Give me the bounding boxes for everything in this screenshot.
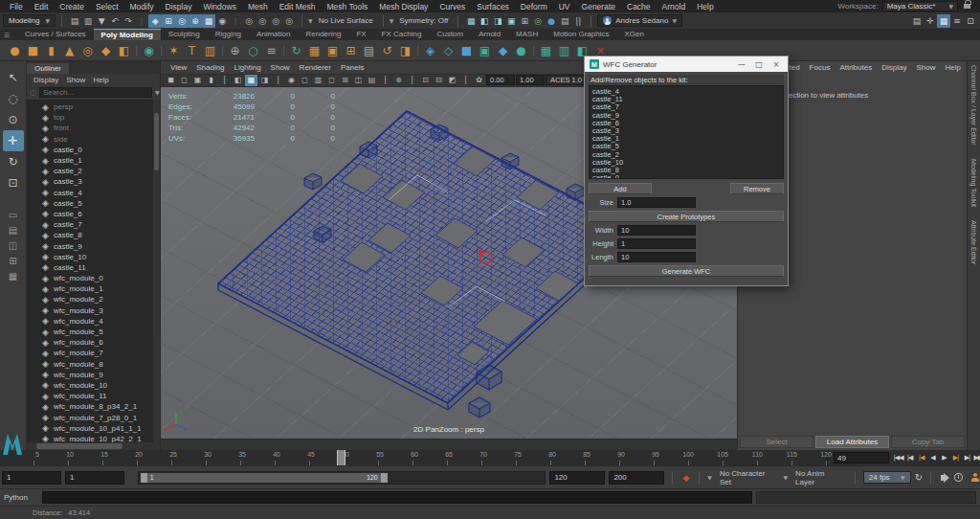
shelf-tab[interactable]: FX Caching <box>374 29 430 40</box>
toolbar-icon[interactable]: || <box>571 14 585 28</box>
shelf-tool-icon[interactable]: ○ <box>244 41 262 59</box>
viewport-toolbar-icon[interactable]: ▣ <box>191 75 204 86</box>
add-button[interactable]: Add <box>589 183 652 194</box>
shelf-tool-icon[interactable]: ▣ <box>476 41 494 59</box>
attribute-editor-menu-item[interactable]: Show <box>911 63 940 72</box>
range-end-handle[interactable] <box>381 473 388 483</box>
wfc-list-item[interactable]: castle_0 <box>592 174 780 179</box>
gamma-field[interactable]: 1.00 <box>516 75 545 85</box>
shelf-tab[interactable]: Rendering <box>298 29 348 40</box>
viewport-toolbar-icon[interactable]: ◫ <box>352 75 365 86</box>
outliner-item[interactable]: ◈ wfc_module_6 <box>31 337 160 348</box>
shelf-tab[interactable]: MASH <box>508 29 546 40</box>
wfc-list-item[interactable]: castle_9 <box>592 112 780 120</box>
shelf-tool-icon[interactable]: ◆ <box>97 41 115 59</box>
attribute-editor-button[interactable]: Copy Tab <box>891 436 965 448</box>
outliner-item[interactable]: ◈ castle_5 <box>31 198 160 209</box>
shelf-tool-icon[interactable]: ↻ <box>287 41 305 59</box>
outliner-item[interactable]: ◈ wfc_module_7 <box>31 348 160 358</box>
outliner-item[interactable]: ◈ castle_2 <box>31 166 160 176</box>
wfc-list-item[interactable]: castle_6 <box>592 120 780 127</box>
outliner-item[interactable]: ◈ persp <box>31 102 160 112</box>
menu-item[interactable]: Curves <box>434 2 471 11</box>
viewport-toolbar-icon[interactable]: ▥ <box>312 75 324 86</box>
toolbar-icon[interactable]: ◎ <box>531 14 545 28</box>
remove-button[interactable]: Remove <box>730 183 784 194</box>
fps-dropdown[interactable]: 24 fps▼ <box>863 471 911 484</box>
outliner-item[interactable]: ◈ wfc_module_8_p34_2_1 <box>31 401 160 412</box>
attribute-editor-menu-item[interactable]: Attributes <box>835 63 877 72</box>
viewport-toolbar-icon[interactable]: ◻ <box>299 75 311 86</box>
menu-set-selector[interactable]: Modeling▼ <box>3 14 56 27</box>
toolbar-icon[interactable]: ◉ <box>215 14 229 28</box>
lock-icon[interactable] <box>964 4 970 9</box>
viewport-toolbar-icon[interactable]: ⊕ <box>392 75 405 86</box>
current-frame-field[interactable] <box>834 452 889 463</box>
wfc-object-list[interactable]: castle_4castle_11castle_7castle_9castle_… <box>589 85 784 179</box>
shelf-tool-icon[interactable]: ◨ <box>396 41 414 59</box>
shelf-tool-icon[interactable]: ■ <box>24 41 42 59</box>
toolbar-icon[interactable]: ▦ <box>464 14 478 28</box>
viewport-toolbar-icon[interactable]: | <box>459 75 472 86</box>
menu-item[interactable]: Mesh Display <box>373 2 434 11</box>
range-slider[interactable]: 1 120 <box>138 471 546 485</box>
toolbar-icon[interactable]: ◎ <box>282 14 296 28</box>
viewport-toolbar-icon[interactable]: | <box>406 75 418 86</box>
range-start-handle[interactable] <box>141 473 147 483</box>
outliner-item[interactable]: ◈ castle_7 <box>31 219 160 230</box>
menu-item[interactable]: UV <box>553 2 576 11</box>
toolbar-icon[interactable]: ⊡ <box>964 14 977 28</box>
animation-start-field[interactable] <box>2 471 61 485</box>
shelf-tab[interactable]: Rigging <box>208 29 249 40</box>
toolbar-icon[interactable]: ⊞ <box>518 14 531 28</box>
outliner-item[interactable]: ◈ wfc_module_0 <box>31 273 160 283</box>
viewport-toolbar-icon[interactable]: ⊟ <box>433 75 445 86</box>
toolbar-icon[interactable]: ▼ <box>95 14 108 28</box>
shelf-tool-icon[interactable]: ↺ <box>378 41 396 59</box>
toolbar-icon[interactable]: ▤ <box>68 14 81 28</box>
outliner-item[interactable]: ◈ castle_3 <box>31 176 160 187</box>
wfc-title-bar[interactable]: M WFC Generator — □ × <box>585 56 788 72</box>
viewport-toolbar-icon[interactable]: | <box>379 75 391 86</box>
wfc-list-item[interactable]: castle_3 <box>592 127 780 135</box>
outliner-item[interactable]: ◈ wfc_module_4 <box>31 316 160 327</box>
wfc-list-item[interactable]: castle_8 <box>592 167 780 174</box>
menu-item[interactable]: Create <box>54 2 90 11</box>
wfc-list-item[interactable]: castle_10 <box>592 159 780 167</box>
layout-button[interactable]: ◫ <box>3 237 24 253</box>
character-controls-icon[interactable] <box>970 473 979 482</box>
shelf-tool-icon[interactable]: | <box>219 41 226 59</box>
menu-item[interactable]: Cache <box>621 2 657 11</box>
playback-range-handle[interactable]: 1 120 <box>141 473 388 483</box>
viewport-toolbar-icon[interactable]: ◧ <box>232 75 244 86</box>
outliner-menu-item[interactable]: Display <box>31 76 61 84</box>
menu-item[interactable]: Help <box>691 2 719 11</box>
shelf-tool-icon[interactable]: ◎ <box>78 41 97 59</box>
outliner-item[interactable]: ◈ castle_0 <box>31 145 160 155</box>
outliner-item[interactable]: ◈ wfc_module_11 <box>31 391 160 401</box>
tool-button[interactable]: ✛ <box>3 130 24 151</box>
shelf-tool-icon[interactable]: ◇ <box>439 41 457 59</box>
outliner-item[interactable]: ◈ top <box>31 112 160 123</box>
menu-item[interactable]: Deform <box>515 2 553 11</box>
menu-item[interactable]: Display <box>160 2 198 11</box>
character-set-selector[interactable]: No Character Set <box>716 469 780 486</box>
viewport-toolbar-icon[interactable]: ▦ <box>245 75 257 86</box>
toolbar-icon[interactable]: ◈ <box>148 14 162 28</box>
loop-icon[interactable]: ↻ <box>915 472 923 483</box>
outliner-item[interactable]: ◈ wfc_module_10_p42_2_1 <box>31 434 160 442</box>
shelf-tool-icon[interactable]: ▥ <box>555 41 573 59</box>
menu-item[interactable]: File <box>4 2 29 11</box>
width-field[interactable] <box>617 225 696 236</box>
maximize-icon[interactable]: □ <box>752 60 766 69</box>
toolbar-icon[interactable]: ≡ <box>950 14 964 28</box>
height-field[interactable] <box>617 238 696 249</box>
toolbar-icon[interactable]: | <box>135 14 148 28</box>
shelf-tool-icon[interactable]: ■ <box>457 41 476 59</box>
shelf-tool-icon[interactable]: ● <box>512 41 530 59</box>
tool-button[interactable]: ⊙ <box>3 109 24 130</box>
shelf-tool-icon[interactable]: ◆ <box>494 41 512 59</box>
shelf-tool-icon[interactable]: ⊕ <box>226 41 244 59</box>
menu-item[interactable]: Mesh Tools <box>322 2 374 11</box>
toolbar-icon[interactable]: ▤ <box>558 14 571 28</box>
